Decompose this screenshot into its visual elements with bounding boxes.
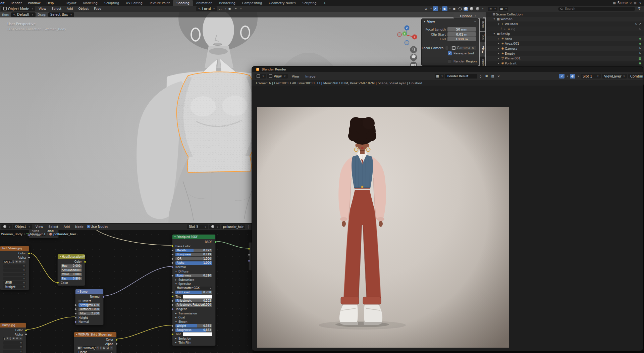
outliner-row-portrait[interactable]: ▸◉Portrait◉ — [486, 61, 644, 66]
copy-icon[interactable]: ⊞ — [15, 260, 18, 263]
collapse-icon[interactable]: ▾ — [76, 333, 77, 336]
viewport-menu[interactable]: Face — [91, 6, 104, 12]
shader-socket[interactable] — [214, 241, 217, 243]
gray-socket[interactable] — [74, 316, 77, 319]
image-name[interactable]: S... — [3, 337, 5, 340]
fake-user-shield-icon[interactable]: ◊ — [478, 74, 483, 79]
sidebar-tab[interactable]: Item — [480, 18, 485, 31]
focal-length-field[interactable]: 50 mm — [447, 27, 476, 32]
topbar-menu[interactable]: Help — [44, 0, 57, 6]
dropdown-clipped[interactable]: ∨ — [3, 264, 26, 268]
image-mode-dropdown[interactable]: View ∨ — [267, 74, 288, 79]
view-layer-dropdown[interactable]: ViewLayer ∨ — [602, 74, 627, 79]
dropdown[interactable]: sRGB∨ — [3, 281, 26, 285]
viewport-menu[interactable]: View — [36, 6, 49, 12]
pack-icon[interactable]: ⊟ — [106, 346, 109, 350]
copy-icon[interactable]: ⊞ — [484, 74, 489, 79]
node-header[interactable]: ▾WOMAN_Shirt_Sheen.jpg — [74, 332, 116, 337]
chevron-down-icon[interactable]: ∨ — [639, 1, 641, 5]
section-toggle[interactable]: ▸ — [175, 279, 178, 281]
display-mode-dropdown[interactable]: ≡∨ — [488, 7, 497, 11]
collapse-icon[interactable]: ▾ — [77, 290, 79, 293]
color-swatch[interactable] — [183, 332, 212, 336]
browse-material-button[interactable]: ∨ — [209, 224, 220, 229]
yellow-socket[interactable] — [57, 282, 59, 284]
value-slider[interactable]: Distance1.000 — [78, 308, 100, 311]
gray-socket[interactable] — [74, 304, 77, 306]
section-toggle[interactable]: ▾ — [175, 320, 178, 323]
node-header[interactable]: Bump.jpg — [0, 323, 26, 327]
expander-icon[interactable]: ▾ — [492, 17, 496, 20]
gizmos-toggle-icon[interactable]: ↗ — [433, 6, 438, 11]
value-slider[interactable]: Roughness0.419 — [175, 253, 212, 256]
workspace-tab[interactable]: Layout — [62, 0, 79, 6]
breadcrumb-material[interactable]: pollunder_hair — [53, 232, 76, 236]
outliner-row-empty[interactable]: ▸+Empty↳ — [486, 51, 644, 56]
empty-data-icon[interactable]: ↳ — [639, 52, 641, 55]
outliner-row-scene-collection[interactable]: ▤Scene Collection — [486, 12, 644, 17]
dropdown-clipped[interactable]: ∨ — [3, 273, 26, 276]
view-panel-header[interactable]: ▾ View ≡ — [422, 19, 479, 24]
modifier-icon[interactable]: ↗ — [639, 22, 641, 26]
value-slider[interactable]: Alpha1.000 — [175, 261, 212, 265]
node-image-woman-shirt-sheen[interactable]: ▾WOMAN_Shirt_Sheen.jpgColorAlpha▦∨WOMAN_… — [74, 332, 117, 353]
sidebar-tab[interactable]: Tool — [480, 32, 485, 43]
yellow-socket[interactable] — [25, 329, 27, 332]
dropdown[interactable]: Straight∨ — [3, 285, 26, 289]
open-folder-icon[interactable]: ▤ — [490, 74, 495, 79]
dropdown[interactable]: Multiscatter GGX∨ — [175, 287, 212, 290]
slot-dropdown[interactable]: Slot 1 ∨ — [581, 74, 601, 79]
expander-icon[interactable]: ▾ — [497, 22, 500, 26]
gizmo-visibility-icon[interactable]: ⊙ — [423, 6, 429, 11]
clear-icon[interactable]: × — [472, 46, 474, 50]
chevron-down-icon[interactable]: ∨ — [567, 75, 569, 78]
node-editor-menu[interactable]: Node — [72, 223, 86, 230]
node-editor-menu[interactable]: Select — [46, 223, 61, 230]
unlink-icon[interactable]: × — [629, 1, 632, 5]
passepartout-checkbox[interactable]: ✓ — [448, 51, 452, 55]
dropdown-clipped[interactable]: ∨ — [3, 345, 23, 349]
breadcrumb-mesh[interactable]: Mesh.051 — [30, 232, 46, 236]
gray-socket[interactable] — [74, 312, 77, 315]
section-toggle[interactable]: ▸ — [175, 316, 178, 319]
yellow-socket[interactable] — [171, 245, 174, 247]
local-camera-checkbox[interactable] — [445, 46, 449, 50]
snap-magnet-icon[interactable]: ◡ — [218, 6, 223, 11]
workspace-tab[interactable]: Shading — [173, 0, 193, 6]
fake-user-shield-icon[interactable]: ◊ — [100, 346, 102, 350]
fake-user-shield-icon[interactable]: ◊ — [9, 337, 11, 340]
render-window-titlebar[interactable]: Blender Render — [252, 66, 643, 72]
expander-icon[interactable]: ▸ — [497, 42, 500, 45]
yellow-socket[interactable] — [28, 252, 30, 255]
node-image-shirt-sheen-clipped[interactable]: hirt_Sheen.jpgColorAlphaAN_S...◊⊞⊟×∨∨∨∨s… — [0, 246, 29, 290]
copy-icon[interactable]: ⊞ — [102, 346, 106, 350]
outliner-row-plane-001[interactable]: ▸▽Plane.001▦ — [486, 56, 644, 61]
update-icon[interactable]: ↻ — [639, 27, 641, 31]
render-result-name[interactable]: Render Result — [445, 74, 477, 79]
gray-socket[interactable] — [171, 304, 174, 306]
gray-socket[interactable] — [28, 256, 30, 259]
outliner-row-camera[interactable]: ▸◉Camera↳ — [486, 46, 644, 51]
workspace-tab[interactable]: Scripting — [299, 0, 320, 6]
node-header[interactable]: ▾Hue/Saturation/Value — [58, 254, 85, 259]
outliner-row-rig[interactable]: !▸♟rig↻ — [486, 27, 644, 32]
render-window[interactable]: Blender Render ∨ View ∨ ViewImage ▦∨ Ren… — [252, 66, 643, 351]
gray-socket[interactable] — [171, 329, 174, 331]
gray-socket[interactable] — [74, 308, 77, 310]
vector-socket[interactable] — [102, 296, 105, 298]
expander-icon[interactable]: ▸ — [497, 57, 500, 60]
camera-data-icon[interactable]: ↳ — [639, 47, 641, 50]
slot-dropdown[interactable]: Slot 5 ∨ — [187, 224, 208, 229]
topbar-menu[interactable]: Edit — [0, 0, 7, 6]
gray-socket[interactable] — [115, 343, 118, 345]
dropdown-clipped[interactable]: ∨ — [3, 277, 26, 280]
gray-socket[interactable] — [171, 300, 174, 302]
filter-type-dropdown[interactable]: ▦∨ — [499, 7, 508, 11]
value-slider[interactable]: Saturation0.000 — [61, 268, 82, 272]
chevron-down-icon[interactable]: ∨ — [449, 7, 451, 10]
gray-socket[interactable] — [171, 291, 174, 294]
proportional-edit-icon[interactable]: ◉ — [227, 6, 232, 11]
value-slider[interactable]: Roughness0.833 — [175, 329, 212, 332]
clip-start-field[interactable]: 0.01 m — [447, 32, 476, 37]
vector-socket[interactable] — [171, 266, 174, 268]
